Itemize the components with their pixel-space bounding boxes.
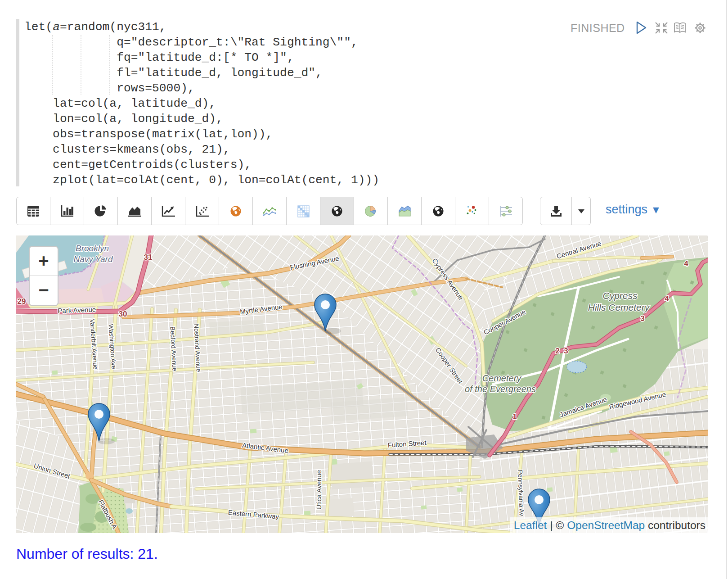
svg-text:29: 29 (18, 297, 26, 306)
svg-text:Park Avenue: Park Avenue (58, 306, 96, 315)
svg-text:Utica Avenue: Utica Avenue (315, 470, 323, 510)
svg-text:31: 31 (144, 253, 153, 262)
svg-text:3: 3 (640, 314, 644, 323)
svg-text:Cypress: Cypress (602, 290, 638, 301)
svg-text:1: 1 (512, 412, 517, 421)
svg-text:30: 30 (119, 310, 127, 318)
svg-text:Cemetery: Cemetery (482, 373, 522, 383)
svg-text:2: 2 (555, 347, 559, 355)
svg-text:of the Evergreens: of the Evergreens (465, 384, 536, 394)
svg-text:4: 4 (684, 259, 688, 268)
svg-text:Brooklyn: Brooklyn (76, 244, 109, 253)
svg-text:Navy Yard: Navy Yard (74, 254, 113, 264)
svg-text:3: 3 (564, 347, 568, 355)
svg-text:4: 4 (665, 294, 669, 303)
svg-text:Hills Cemetery: Hills Cemetery (588, 302, 650, 312)
